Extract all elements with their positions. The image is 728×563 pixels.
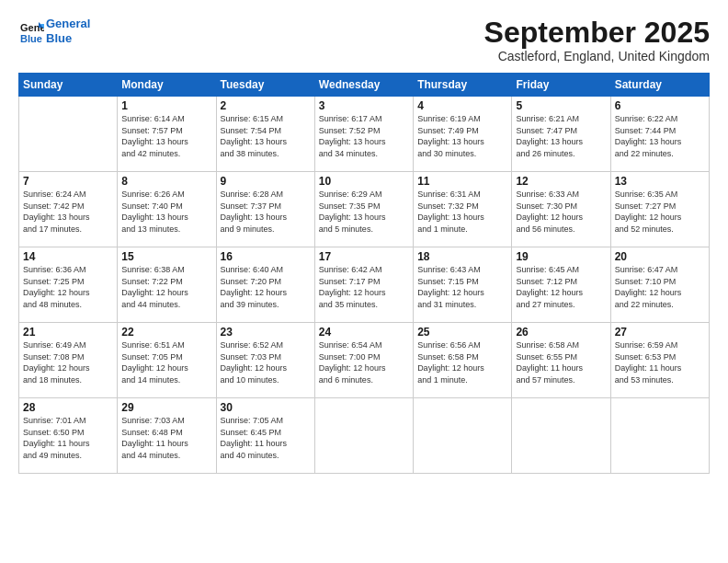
table-row: 13Sunrise: 6:35 AM Sunset: 7:27 PM Dayli…	[610, 172, 709, 247]
table-row: 30Sunrise: 7:05 AM Sunset: 6:45 PM Dayli…	[216, 398, 314, 474]
calendar-header-row: Sunday Monday Tuesday Wednesday Thursday…	[19, 74, 710, 97]
calendar-week-row: 28Sunrise: 7:01 AM Sunset: 6:50 PM Dayli…	[19, 398, 710, 474]
day-info: Sunrise: 6:51 AM Sunset: 7:05 PM Dayligh…	[121, 339, 211, 385]
table-row: 2Sunrise: 6:15 AM Sunset: 7:54 PM Daylig…	[216, 97, 314, 172]
day-number: 27	[615, 326, 705, 339]
day-info: Sunrise: 6:40 AM Sunset: 7:20 PM Dayligh…	[221, 264, 311, 310]
day-info: Sunrise: 6:29 AM Sunset: 7:35 PM Dayligh…	[319, 189, 409, 235]
day-info: Sunrise: 6:36 AM Sunset: 7:25 PM Dayligh…	[23, 264, 113, 310]
day-info: Sunrise: 6:42 AM Sunset: 7:17 PM Dayligh…	[319, 264, 409, 310]
calendar-week-row: 1Sunrise: 6:14 AM Sunset: 7:57 PM Daylig…	[19, 97, 710, 172]
table-row: 23Sunrise: 6:52 AM Sunset: 7:03 PM Dayli…	[216, 323, 314, 398]
day-number: 8	[121, 175, 211, 188]
day-number: 10	[319, 175, 409, 188]
table-row: 18Sunrise: 6:43 AM Sunset: 7:15 PM Dayli…	[414, 247, 512, 323]
table-row: 5Sunrise: 6:21 AM Sunset: 7:47 PM Daylig…	[512, 97, 610, 172]
table-row	[512, 398, 610, 474]
day-number: 18	[417, 250, 507, 263]
day-number: 11	[417, 175, 507, 188]
day-info: Sunrise: 6:24 AM Sunset: 7:42 PM Dayligh…	[23, 189, 113, 235]
table-row	[414, 398, 512, 474]
table-row: 27Sunrise: 6:59 AM Sunset: 6:53 PM Dayli…	[610, 323, 709, 398]
day-number: 15	[121, 250, 211, 263]
page-header: General Blue General Blue September 2025…	[18, 17, 710, 63]
day-number: 22	[121, 326, 211, 339]
logo-icon: General Blue	[18, 18, 44, 44]
day-info: Sunrise: 6:21 AM Sunset: 7:47 PM Dayligh…	[516, 113, 606, 159]
calendar-week-row: 7Sunrise: 6:24 AM Sunset: 7:42 PM Daylig…	[19, 172, 710, 247]
day-number: 20	[615, 250, 705, 263]
location: Castleford, England, United Kingdom	[484, 49, 710, 63]
day-info: Sunrise: 6:35 AM Sunset: 7:27 PM Dayligh…	[615, 189, 705, 235]
day-number: 30	[221, 401, 311, 414]
table-row: 10Sunrise: 6:29 AM Sunset: 7:35 PM Dayli…	[314, 172, 413, 247]
day-info: Sunrise: 6:33 AM Sunset: 7:30 PM Dayligh…	[516, 189, 606, 235]
day-number: 24	[319, 326, 409, 339]
logo: General Blue General Blue	[18, 17, 90, 45]
day-number: 9	[221, 175, 311, 188]
table-row: 9Sunrise: 6:28 AM Sunset: 7:37 PM Daylig…	[216, 172, 314, 247]
title-block: September 2025 Castleford, England, Unit…	[484, 17, 710, 63]
table-row: 11Sunrise: 6:31 AM Sunset: 7:32 PM Dayli…	[414, 172, 512, 247]
month-title: September 2025	[484, 17, 710, 49]
day-number: 26	[516, 326, 606, 339]
table-row: 6Sunrise: 6:22 AM Sunset: 7:44 PM Daylig…	[610, 97, 709, 172]
day-number: 28	[23, 401, 113, 414]
day-number: 2	[221, 99, 311, 112]
logo-text-line1: General	[46, 17, 90, 31]
day-number: 7	[23, 175, 113, 188]
day-number: 1	[121, 99, 211, 112]
day-info: Sunrise: 6:43 AM Sunset: 7:15 PM Dayligh…	[417, 264, 507, 310]
table-row: 16Sunrise: 6:40 AM Sunset: 7:20 PM Dayli…	[216, 247, 314, 323]
table-row: 22Sunrise: 6:51 AM Sunset: 7:05 PM Dayli…	[118, 323, 216, 398]
day-info: Sunrise: 6:52 AM Sunset: 7:03 PM Dayligh…	[221, 339, 311, 385]
day-info: Sunrise: 6:49 AM Sunset: 7:08 PM Dayligh…	[23, 339, 113, 385]
day-info: Sunrise: 6:54 AM Sunset: 7:00 PM Dayligh…	[319, 339, 409, 385]
svg-text:Blue: Blue	[20, 33, 42, 44]
day-info: Sunrise: 6:22 AM Sunset: 7:44 PM Dayligh…	[615, 113, 705, 159]
table-row: 14Sunrise: 6:36 AM Sunset: 7:25 PM Dayli…	[19, 247, 118, 323]
table-row: 21Sunrise: 6:49 AM Sunset: 7:08 PM Dayli…	[19, 323, 118, 398]
day-number: 19	[516, 250, 606, 263]
day-info: Sunrise: 6:17 AM Sunset: 7:52 PM Dayligh…	[319, 113, 409, 159]
col-saturday: Saturday	[610, 74, 709, 97]
table-row: 19Sunrise: 6:45 AM Sunset: 7:12 PM Dayli…	[512, 247, 610, 323]
col-tuesday: Tuesday	[216, 74, 314, 97]
day-info: Sunrise: 6:45 AM Sunset: 7:12 PM Dayligh…	[516, 264, 606, 310]
table-row: 20Sunrise: 6:47 AM Sunset: 7:10 PM Dayli…	[610, 247, 709, 323]
table-row: 1Sunrise: 6:14 AM Sunset: 7:57 PM Daylig…	[118, 97, 216, 172]
table-row: 4Sunrise: 6:19 AM Sunset: 7:49 PM Daylig…	[414, 97, 512, 172]
table-row: 28Sunrise: 7:01 AM Sunset: 6:50 PM Dayli…	[19, 398, 118, 474]
day-info: Sunrise: 7:01 AM Sunset: 6:50 PM Dayligh…	[23, 415, 113, 461]
day-number: 13	[615, 175, 705, 188]
day-number: 5	[516, 99, 606, 112]
day-info: Sunrise: 6:26 AM Sunset: 7:40 PM Dayligh…	[121, 189, 211, 235]
day-info: Sunrise: 6:38 AM Sunset: 7:22 PM Dayligh…	[121, 264, 211, 310]
table-row	[19, 97, 118, 172]
col-friday: Friday	[512, 74, 610, 97]
col-monday: Monday	[118, 74, 216, 97]
table-row: 15Sunrise: 6:38 AM Sunset: 7:22 PM Dayli…	[118, 247, 216, 323]
day-number: 23	[221, 326, 311, 339]
day-number: 17	[319, 250, 409, 263]
table-row: 8Sunrise: 6:26 AM Sunset: 7:40 PM Daylig…	[118, 172, 216, 247]
day-info: Sunrise: 6:14 AM Sunset: 7:57 PM Dayligh…	[121, 113, 211, 159]
day-info: Sunrise: 6:31 AM Sunset: 7:32 PM Dayligh…	[417, 189, 507, 235]
logo-text-line2: Blue	[46, 31, 90, 46]
day-number: 3	[319, 99, 409, 112]
col-wednesday: Wednesday	[314, 74, 413, 97]
day-number: 16	[221, 250, 311, 263]
day-number: 4	[417, 99, 507, 112]
day-info: Sunrise: 7:03 AM Sunset: 6:48 PM Dayligh…	[121, 415, 211, 461]
day-info: Sunrise: 6:19 AM Sunset: 7:49 PM Dayligh…	[417, 113, 507, 159]
col-thursday: Thursday	[414, 74, 512, 97]
table-row: 24Sunrise: 6:54 AM Sunset: 7:00 PM Dayli…	[314, 323, 413, 398]
day-number: 12	[516, 175, 606, 188]
day-info: Sunrise: 6:58 AM Sunset: 6:55 PM Dayligh…	[516, 339, 606, 385]
day-info: Sunrise: 6:28 AM Sunset: 7:37 PM Dayligh…	[221, 189, 311, 235]
table-row: 12Sunrise: 6:33 AM Sunset: 7:30 PM Dayli…	[512, 172, 610, 247]
table-row: 26Sunrise: 6:58 AM Sunset: 6:55 PM Dayli…	[512, 323, 610, 398]
day-info: Sunrise: 7:05 AM Sunset: 6:45 PM Dayligh…	[221, 415, 311, 461]
calendar-week-row: 14Sunrise: 6:36 AM Sunset: 7:25 PM Dayli…	[19, 247, 710, 323]
col-sunday: Sunday	[19, 74, 118, 97]
